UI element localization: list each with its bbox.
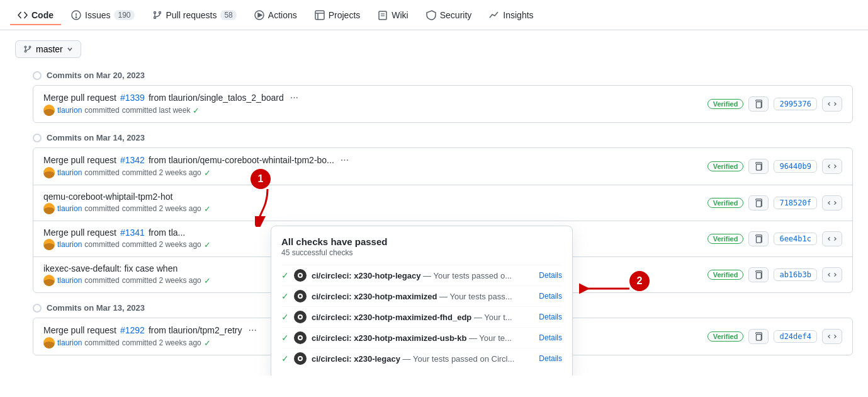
check-item-4: ✓ ci/circleci: x230-legacy — Your tests …: [281, 348, 562, 369]
commit-left: Merge pull request #1339 from tlaurion/s…: [43, 92, 700, 116]
check-details-link-2[interactable]: Details: [539, 313, 562, 321]
nav-item-actions[interactable]: Actions: [247, 5, 305, 25]
copy-icon: [754, 270, 763, 279]
commit-title-text: qemu-coreboot-whiptail-tpm2-hot: [43, 192, 172, 202]
nav-item-insights[interactable]: Insights: [482, 5, 541, 25]
browse-files-button[interactable]: [822, 267, 842, 282]
copy-icon: [754, 198, 763, 207]
commit-row: Merge pull request #1342 from tlaurion/q…: [33, 148, 852, 185]
commit-hash-link[interactable]: 718520f: [774, 197, 817, 209]
commit-date: Commits on Mar 13, 2023: [47, 303, 145, 313]
browse-files-button[interactable]: [822, 159, 842, 174]
copy-hash-button[interactable]: [748, 329, 769, 344]
issues-badge: 190: [114, 10, 134, 20]
commit-pr-link[interactable]: #1341: [120, 227, 145, 238]
commit-time-label: committed: [84, 204, 119, 213]
commit-author[interactable]: tlaurion: [57, 168, 82, 177]
issue-icon: [71, 10, 81, 20]
commit-title-rest: from tlaurion/single_talos_2_board: [149, 93, 284, 103]
commit-hash-link[interactable]: 6ee4b1c: [774, 233, 817, 245]
commit-meta: tlaurion committed committed last week ✓: [43, 105, 700, 116]
check-text-0: ci/circleci: x230-hotp-legacy — Your tes…: [312, 271, 534, 280]
wiki-icon: [378, 10, 388, 20]
copy-icon: [754, 100, 763, 108]
commit-time: committed 2 weeks ago: [122, 240, 201, 249]
svg-rect-21: [757, 237, 762, 243]
check-item-0: ✓ ci/circleci: x230-hotp-legacy — Your t…: [281, 265, 562, 285]
check-details-link-4[interactable]: Details: [539, 354, 562, 363]
copy-hash-button[interactable]: [748, 96, 769, 112]
commit-time-label: committed: [84, 106, 119, 115]
circleci-icon-4: [294, 352, 307, 365]
nav-label-pr: Pull requests: [166, 10, 217, 20]
commit-ellipsis[interactable]: ···: [338, 154, 351, 166]
check-detail-4: — Your tests passed on Circl...: [403, 354, 515, 364]
commit-author[interactable]: tlaurion: [57, 106, 82, 115]
commit-title: Merge pull request #1339 from tlaurion/s…: [43, 92, 700, 103]
commit-hash-link[interactable]: d24def4: [774, 330, 817, 343]
commit-time: committed 2 weeks ago: [122, 338, 201, 347]
commit-ellipsis[interactable]: ···: [288, 92, 301, 103]
commit-hash-link[interactable]: 96440b9: [774, 160, 817, 173]
check-text-3: ci/circleci: x230-hotp-maximized-usb-kb …: [312, 333, 534, 343]
commit-author[interactable]: tlaurion: [57, 276, 82, 285]
commit-pr-link[interactable]: #1342: [120, 155, 145, 165]
check-name-2: ci/circleci: x230-hotp-maximized-fhd_edp: [312, 313, 471, 322]
popup-title: All checks have passed: [281, 236, 562, 247]
copy-hash-button[interactable]: [748, 159, 769, 174]
commit-hash-link[interactable]: 2995376: [774, 98, 817, 110]
browse-files-button[interactable]: [822, 329, 842, 344]
nav-item-issues[interactable]: Issues 190: [64, 5, 142, 25]
svg-point-3: [154, 11, 155, 13]
commit-time: committed 2 weeks ago: [122, 276, 201, 285]
annotation-2: 2: [629, 271, 650, 291]
browse-files-button[interactable]: [822, 231, 842, 246]
copy-hash-button[interactable]: [748, 267, 769, 282]
browse-files-button[interactable]: [822, 195, 842, 210]
copy-hash-button[interactable]: [748, 231, 769, 246]
browse-files-button[interactable]: [822, 96, 842, 112]
check-success-icon-1: ✓: [281, 291, 289, 301]
verified-badge: Verified: [707, 99, 744, 109]
timeline-dot: [33, 71, 42, 80]
timeline-dot: [33, 304, 42, 313]
nav-item-wiki[interactable]: Wiki: [370, 5, 415, 25]
branch-selector[interactable]: master: [15, 40, 81, 58]
check-details-link-0[interactable]: Details: [539, 271, 562, 280]
nav-item-security[interactable]: Security: [419, 5, 480, 25]
nav-label-security: Security: [440, 10, 472, 20]
pr-icon: [152, 10, 162, 20]
commits-list: Merge pull request #1339 from tlaurion/s…: [33, 85, 853, 123]
nav-item-pull-requests[interactable]: Pull requests 58: [145, 5, 244, 25]
commit-ellipsis[interactable]: ···: [246, 325, 259, 336]
copy-icon: [754, 162, 763, 171]
check-passed-icon: ✓: [204, 204, 211, 214]
avatar: [43, 239, 55, 250]
verified-badge: Verified: [707, 198, 744, 208]
commit-author[interactable]: tlaurion: [57, 240, 82, 249]
timeline-dot: [33, 134, 42, 142]
commit-left: qemu-coreboot-whiptail-tpm2-hot tlaurion…: [43, 192, 700, 214]
check-detail-2: — Your t...: [474, 313, 512, 322]
svg-rect-20: [757, 201, 762, 207]
check-name-1: ci/circleci: x230-hotp-maximized: [312, 292, 437, 301]
branch-name: master: [36, 44, 63, 54]
verified-badge: Verified: [707, 270, 744, 280]
check-details-link-1[interactable]: Details: [539, 292, 562, 301]
commit-hash-link[interactable]: ab16b3b: [774, 268, 817, 281]
code-browse-icon: [828, 198, 837, 207]
nav-label-code: Code: [31, 10, 54, 20]
verified-badge: Verified: [707, 161, 744, 171]
check-detail-1: — Your tests pass...: [439, 292, 512, 301]
nav-item-code[interactable]: Code: [10, 5, 61, 25]
code-browse-icon: [828, 162, 837, 171]
commit-pr-link[interactable]: #1339: [120, 93, 145, 103]
commit-author[interactable]: tlaurion: [57, 204, 82, 213]
commit-pr-link[interactable]: #1292: [120, 325, 145, 335]
svg-point-2: [76, 16, 76, 17]
commit-row: qemu-coreboot-whiptail-tpm2-hot tlaurion…: [33, 185, 852, 221]
commit-author[interactable]: tlaurion: [57, 338, 82, 347]
nav-item-projects[interactable]: Projects: [307, 5, 368, 25]
copy-hash-button[interactable]: [748, 195, 769, 210]
check-details-link-3[interactable]: Details: [539, 333, 562, 342]
